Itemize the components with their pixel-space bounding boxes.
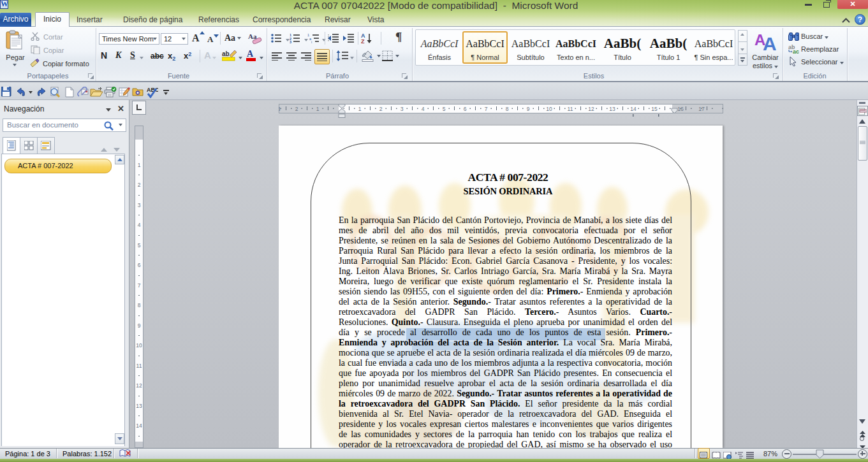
- svg-text:i: i: [311, 40, 312, 43]
- svg-text:3: 3: [290, 40, 291, 43]
- svg-text:Z: Z: [361, 38, 365, 45]
- svg-text:5: 5: [138, 242, 141, 249]
- svg-text:10: 10: [546, 106, 552, 112]
- svg-text:2: 2: [379, 106, 383, 112]
- svg-text:4: 4: [422, 106, 425, 112]
- svg-text:12: 12: [136, 382, 142, 389]
- svg-text:14: 14: [136, 422, 142, 429]
- svg-text:16: 16: [677, 106, 684, 112]
- svg-text:13: 13: [609, 106, 615, 112]
- svg-text:15: 15: [651, 106, 658, 112]
- svg-text:9: 9: [138, 322, 141, 329]
- svg-text:1: 1: [138, 162, 141, 168]
- svg-text:6: 6: [464, 106, 467, 112]
- svg-text:A: A: [763, 33, 776, 52]
- svg-text:2: 2: [138, 182, 141, 188]
- svg-text:12: 12: [588, 106, 594, 112]
- svg-text:ac: ac: [793, 48, 799, 54]
- svg-text:1: 1: [358, 106, 362, 112]
- svg-text:8: 8: [506, 106, 509, 112]
- svg-text:8: 8: [138, 302, 141, 308]
- svg-text:7: 7: [138, 282, 141, 289]
- svg-text:3: 3: [401, 106, 404, 112]
- svg-text:7: 7: [485, 106, 488, 112]
- svg-text:13: 13: [136, 403, 142, 409]
- svg-text:5: 5: [443, 106, 446, 112]
- svg-text:3: 3: [138, 202, 141, 208]
- svg-text:11: 11: [136, 363, 142, 369]
- svg-text:6: 6: [138, 262, 141, 268]
- svg-text:14: 14: [630, 106, 636, 112]
- svg-text:9: 9: [527, 106, 530, 112]
- svg-text:ab: ab: [222, 50, 230, 57]
- svg-text:2: 2: [295, 106, 298, 112]
- svg-text:3: 3: [279, 106, 281, 112]
- svg-text:4: 4: [138, 222, 141, 228]
- svg-text:11: 11: [568, 106, 573, 112]
- svg-text:17: 17: [698, 106, 705, 112]
- svg-text:1: 1: [316, 106, 320, 112]
- svg-text:10: 10: [136, 342, 142, 349]
- svg-text:A: A: [247, 49, 254, 59]
